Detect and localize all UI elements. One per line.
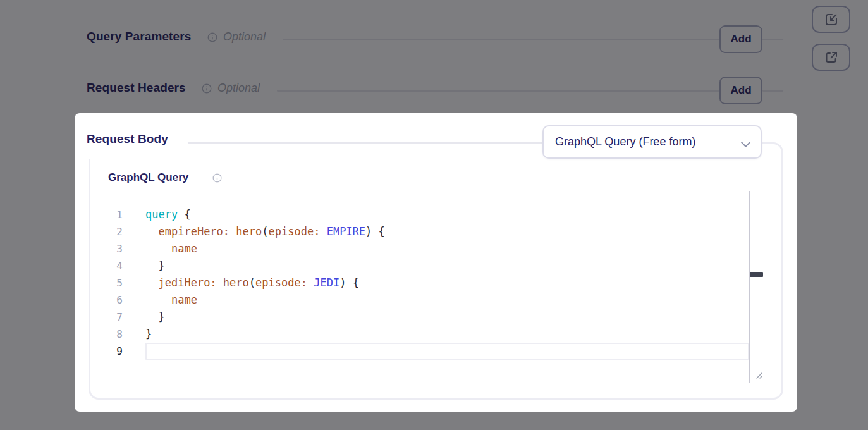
line-number: 4 xyxy=(89,260,123,272)
graphql-query-label: GraphQL Query xyxy=(108,171,188,184)
code-token: episode: xyxy=(269,225,321,238)
code-line-row: 2 empireHero: hero(episode: EMPIRE) { xyxy=(89,223,749,240)
line-number: 8 xyxy=(89,328,123,340)
code-token: } xyxy=(145,310,165,323)
code-line-row: 7 } xyxy=(89,309,749,326)
body-type-selected-value: GraphQL Query (Free form) xyxy=(555,135,741,149)
divider xyxy=(188,142,542,144)
code-token: query xyxy=(145,208,178,221)
body-type-select[interactable]: GraphQL Query (Free form) xyxy=(542,125,762,159)
code-line-row: 9 xyxy=(89,343,749,360)
info-icon[interactable] xyxy=(212,173,222,183)
code-token xyxy=(145,293,171,306)
code-line-row: 6 name xyxy=(89,292,749,309)
code-line-row: 4 } xyxy=(89,257,749,274)
code-token xyxy=(145,225,158,238)
code-line[interactable]: name xyxy=(145,240,749,257)
line-number: 3 xyxy=(89,243,123,255)
edit-request-button[interactable] xyxy=(812,6,850,33)
line-number: 9 xyxy=(89,345,123,357)
code-token: name xyxy=(171,293,197,306)
request-headers-label: Request Headers xyxy=(87,81,186,95)
external-link-icon xyxy=(824,50,839,65)
line-number: 2 xyxy=(89,226,123,238)
code-line-row: 1query { xyxy=(89,206,749,223)
code-token xyxy=(229,225,236,238)
code-line[interactable]: } xyxy=(145,257,749,274)
code-token: } xyxy=(145,328,152,340)
divider xyxy=(762,39,783,40)
chevron-down-icon xyxy=(741,139,750,145)
line-number: 1 xyxy=(89,209,123,221)
line-number: 6 xyxy=(89,294,123,306)
code-token xyxy=(217,276,223,289)
query-parameters-optional-badge: Optional xyxy=(223,30,266,44)
code-line[interactable] xyxy=(145,343,749,360)
code-line[interactable]: } xyxy=(145,309,749,326)
code-token: empireHero: xyxy=(158,225,229,238)
editor-scrollbar-thumb[interactable] xyxy=(750,272,763,277)
divider xyxy=(277,90,719,92)
request-headers-optional-badge: Optional xyxy=(217,82,260,95)
divider xyxy=(283,39,719,40)
code-token: { xyxy=(178,208,190,221)
info-icon[interactable] xyxy=(207,32,217,42)
line-number: 5 xyxy=(89,277,123,289)
open-external-button[interactable] xyxy=(812,44,850,71)
code-token: hero xyxy=(223,276,249,289)
code-token: ( xyxy=(262,225,268,238)
code-line-row: 8} xyxy=(89,326,749,343)
add-query-parameter-button[interactable]: Add xyxy=(719,25,762,53)
edit-box-icon xyxy=(824,12,839,27)
code-token xyxy=(145,242,171,255)
code-token xyxy=(307,276,314,289)
code-token: name xyxy=(171,242,197,255)
add-request-header-button[interactable]: Add xyxy=(719,77,762,104)
code-token: ( xyxy=(249,276,255,289)
code-token: ) { xyxy=(339,276,359,289)
code-token: jediHero: xyxy=(158,276,216,289)
editor-content-border xyxy=(145,223,145,343)
info-icon[interactable] xyxy=(202,83,212,94)
code-token xyxy=(320,225,326,238)
divider xyxy=(762,90,783,92)
code-token: } xyxy=(145,259,165,272)
code-token xyxy=(145,276,158,289)
code-token: hero xyxy=(236,225,262,238)
code-token: episode: xyxy=(255,276,307,289)
request-body-label: Request Body xyxy=(87,132,168,146)
code-token: ) { xyxy=(365,225,385,238)
line-number: 7 xyxy=(89,311,123,323)
resize-grip-icon[interactable] xyxy=(754,370,763,379)
code-line[interactable]: empireHero: hero(episode: EMPIRE) { xyxy=(145,223,749,240)
code-line-row: 5 jediHero: hero(episode: JEDI) { xyxy=(89,274,749,292)
code-line[interactable]: } xyxy=(145,326,749,343)
graphql-query-editor[interactable]: 1query {2 empireHero: hero(episode: EMPI… xyxy=(89,191,749,360)
code-line[interactable]: jediHero: hero(episode: JEDI) { xyxy=(145,274,749,292)
code-token: JEDI xyxy=(314,276,339,289)
code-line[interactable]: query { xyxy=(145,206,749,223)
code-line[interactable]: name xyxy=(145,292,749,309)
query-parameters-label: Query Parameters xyxy=(87,30,191,44)
code-line-row: 3 name xyxy=(89,240,749,257)
code-token: EMPIRE xyxy=(327,225,365,238)
editor-scrollbar-track xyxy=(749,191,750,383)
